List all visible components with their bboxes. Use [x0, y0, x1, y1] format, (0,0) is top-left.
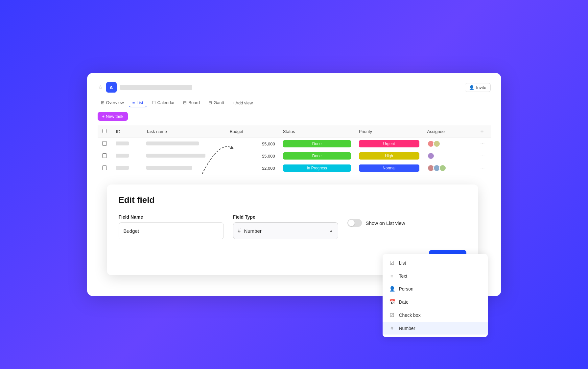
- field-type-group: Field Type # Number ▲ ☑ List ≡ Text: [233, 214, 338, 239]
- tab-board-label: Board: [188, 100, 200, 105]
- row-taskname: [142, 150, 226, 162]
- col-plus-header[interactable]: +: [476, 125, 490, 138]
- add-view-button[interactable]: + Add view: [229, 99, 255, 107]
- row-taskname: [142, 162, 226, 174]
- col-priority-header: Priority: [355, 125, 423, 138]
- dropdown-item-person[interactable]: 👤 Person: [383, 282, 488, 295]
- status-badge-inprogress: In Progress: [283, 164, 351, 172]
- invite-button[interactable]: 👤 Invite: [465, 83, 490, 92]
- tab-overview[interactable]: ⊞ Overview: [98, 98, 127, 107]
- row-priority: Urgent: [355, 138, 423, 150]
- invite-label: Invite: [476, 85, 486, 90]
- top-bar-left: ☆ A: [98, 82, 192, 93]
- assignee-avatars: [427, 140, 473, 147]
- assignee-header-label: Assignee: [427, 129, 445, 134]
- assignee-avatars: [427, 164, 473, 172]
- row-budget: $5,000: [226, 150, 279, 162]
- toggle-knob: [348, 220, 355, 226]
- id-header-label: ID: [116, 129, 120, 134]
- edit-field-title: Edit field: [119, 195, 466, 205]
- row-status: In Progress: [279, 162, 355, 174]
- project-title-placeholder: [120, 85, 192, 90]
- status-badge-done2: Done: [283, 152, 351, 160]
- number-icon: #: [238, 228, 241, 234]
- col-id-header: ID: [112, 125, 142, 138]
- edit-field-row: Field Name Field Type # Number ▲ ☑ List: [119, 214, 466, 239]
- dropdown-label-date: Date: [399, 299, 409, 305]
- dropdown-label-checkbox: Check box: [399, 313, 421, 318]
- tab-gantt[interactable]: ⊟ Gantt: [205, 98, 227, 107]
- row-id: [112, 162, 142, 174]
- tab-board[interactable]: ⊟ Board: [180, 98, 203, 107]
- row-more-icon[interactable]: ···: [480, 141, 484, 146]
- row-assignee: [423, 162, 477, 174]
- table-row: $2,000 In Progress Normal ···: [98, 162, 491, 174]
- checkbox-dropdown-icon: ☑: [389, 312, 395, 318]
- add-view-label: + Add view: [232, 100, 253, 105]
- tab-calendar[interactable]: ☐ Calendar: [149, 98, 178, 107]
- row-more-icon[interactable]: ···: [480, 153, 484, 159]
- dropdown-item-number[interactable]: # Number: [383, 322, 488, 335]
- avatar-6: [439, 164, 446, 172]
- tab-overview-label: Overview: [106, 100, 124, 105]
- tab-gantt-label: Gantt: [214, 100, 224, 105]
- priority-header-label: Priority: [359, 129, 372, 134]
- invite-icon: 👤: [469, 85, 474, 90]
- tab-list[interactable]: ≡ List: [129, 98, 147, 107]
- select-all-checkbox[interactable]: [102, 129, 107, 133]
- row-more-icon[interactable]: ···: [480, 165, 484, 171]
- table-row: $5,000 Done High ···: [98, 150, 491, 162]
- overview-icon: ⊞: [101, 100, 105, 105]
- tab-list-label: List: [136, 100, 143, 105]
- number-dropdown-icon: #: [389, 325, 395, 331]
- dropdown-item-checkbox[interactable]: ☑ Check box: [383, 309, 488, 322]
- chevron-up-icon: ▲: [329, 228, 333, 233]
- dropdown-label-text: Text: [399, 273, 408, 279]
- priority-badge-urgent: Urgent: [359, 140, 419, 147]
- col-taskname-header: Task name: [142, 125, 226, 138]
- top-bar: ☆ A 👤 Invite: [98, 82, 491, 93]
- assignee-avatars: [427, 152, 473, 160]
- row-status: Done: [279, 138, 355, 150]
- dropdown-item-date[interactable]: 📅 Date: [383, 295, 488, 309]
- field-name-group: Field Name: [119, 214, 224, 239]
- dropdown-item-list[interactable]: ☑ List: [383, 256, 488, 270]
- show-list-label: Show on List view: [366, 220, 405, 226]
- budget-header-label: Budget: [230, 129, 243, 134]
- row-id: [112, 150, 142, 162]
- new-task-button[interactable]: + New task: [98, 112, 128, 121]
- show-list-toggle[interactable]: [347, 219, 362, 227]
- edit-field-modal: Edit field Field Name Field Type # Numbe…: [107, 185, 478, 275]
- col-budget-header: Budget: [226, 125, 279, 138]
- tab-calendar-label: Calendar: [157, 100, 175, 105]
- field-type-dropdown: ☑ List ≡ Text 👤 Person 📅 Date: [383, 254, 488, 337]
- avatar-3: [427, 152, 435, 160]
- dropdown-label-number: Number: [399, 326, 415, 331]
- add-column-icon[interactable]: +: [480, 128, 484, 135]
- row-assignee: [423, 138, 477, 150]
- row-assignee: [423, 150, 477, 162]
- taskname-header-label: Task name: [146, 129, 167, 134]
- row-checkbox[interactable]: [102, 141, 107, 146]
- row-checkbox[interactable]: [102, 153, 107, 158]
- date-dropdown-icon: 📅: [389, 299, 395, 305]
- task-table: ID Task name Budget Status Priority Assi…: [98, 125, 491, 174]
- status-header-label: Status: [283, 129, 295, 134]
- dropdown-item-text[interactable]: ≡ Text: [383, 270, 488, 282]
- dropdown-label-person: Person: [399, 286, 413, 292]
- avatar-2: [433, 140, 440, 147]
- list-dropdown-icon: ☑: [389, 260, 395, 266]
- avatar: A: [106, 82, 117, 93]
- star-icon[interactable]: ☆: [98, 84, 103, 91]
- field-type-select[interactable]: # Number ▲: [233, 222, 338, 239]
- row-checkbox[interactable]: [102, 165, 107, 170]
- field-name-input[interactable]: [119, 222, 224, 239]
- row-priority: Normal: [355, 162, 423, 174]
- priority-badge-high: High: [359, 152, 419, 160]
- row-budget: $5,000: [226, 138, 279, 150]
- show-list-view-group: Show on List view: [347, 214, 405, 227]
- field-type-label: Field Type: [233, 214, 338, 220]
- field-type-value: Number: [244, 228, 326, 234]
- field-name-label: Field Name: [119, 214, 224, 220]
- dropdown-label-list: List: [399, 260, 406, 266]
